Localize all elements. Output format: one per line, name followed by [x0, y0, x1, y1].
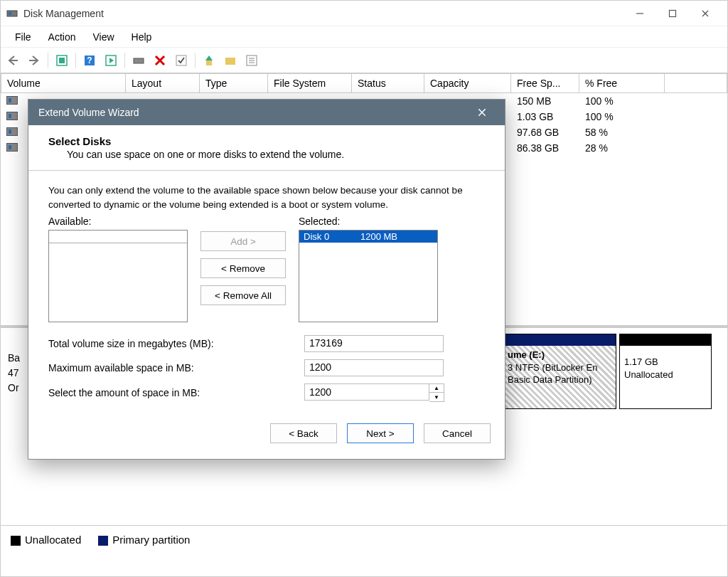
volume-icon: [6, 143, 18, 152]
cancel-button[interactable]: Cancel: [424, 423, 491, 443]
folder-icon[interactable]: [221, 51, 240, 70]
amount-label: Select the amount of space in MB:: [48, 387, 304, 398]
max-space-value: 1200: [304, 359, 444, 376]
volume-icon: [6, 127, 18, 136]
next-button[interactable]: Next >: [347, 423, 414, 443]
remove-button[interactable]: < Remove: [200, 258, 286, 278]
back-icon[interactable]: [4, 51, 22, 70]
volume-icon: [6, 112, 18, 120]
menu-file[interactable]: File: [6, 28, 40, 46]
up-icon[interactable]: [200, 51, 218, 70]
add-button[interactable]: Add >: [200, 231, 286, 251]
check-icon[interactable]: [172, 51, 191, 70]
window-titlebar: Disk Management: [1, 1, 727, 26]
disk-block-e[interactable]: ume (E:) 3 NTFS (BitLocker En Basic Data…: [503, 334, 616, 409]
col-capacity[interactable]: Capacity: [424, 73, 511, 93]
col-layout[interactable]: Layout: [126, 73, 200, 93]
svg-marker-19: [205, 55, 213, 60]
delete-icon[interactable]: [151, 51, 169, 70]
col-volume[interactable]: Volume: [1, 73, 126, 93]
forward-icon[interactable]: [25, 51, 43, 70]
minimize-button[interactable]: [623, 1, 656, 26]
window-title: Disk Management: [23, 8, 104, 19]
svg-rect-14: [134, 58, 144, 63]
menu-view[interactable]: View: [84, 28, 122, 46]
menu-bar: File Action View Help: [1, 26, 727, 48]
disk-block-unallocated[interactable]: 1.17 GB Unallocated: [619, 334, 712, 409]
col-status[interactable]: Status: [352, 73, 424, 93]
refresh-icon[interactable]: [53, 51, 71, 70]
svg-rect-1: [9, 12, 11, 15]
spinner-down-icon[interactable]: ▼: [429, 393, 444, 401]
toolbar: ?: [1, 48, 727, 73]
svg-text:?: ?: [87, 55, 92, 65]
back-button[interactable]: < Back: [270, 423, 337, 443]
svg-rect-18: [206, 60, 212, 65]
svg-marker-13: [109, 58, 114, 63]
max-space-label: Maximum available space in MB:: [48, 362, 304, 374]
app-icon: [6, 8, 18, 19]
wizard-subheading: You can use space on one or more disks t…: [67, 149, 485, 160]
maximize-button[interactable]: [656, 1, 689, 26]
remove-all-button[interactable]: < Remove All: [200, 285, 286, 305]
amount-spinner[interactable]: ▲ ▼: [429, 383, 444, 402]
col-free[interactable]: Free Sp...: [511, 73, 579, 93]
volume-table-header: Volume Layout Type File System Status Ca…: [1, 73, 727, 93]
available-label: Available:: [48, 216, 188, 227]
svg-rect-9: [59, 58, 65, 63]
total-size-value: 173169: [304, 335, 444, 352]
col-spacer: [665, 73, 727, 93]
svg-rect-3: [670, 10, 676, 16]
extend-volume-wizard-dialog: Extend Volume Wizard Select Disks You ca…: [28, 99, 505, 460]
menu-help[interactable]: Help: [123, 28, 161, 46]
col-fs[interactable]: File System: [268, 73, 352, 93]
spinner-up-icon[interactable]: ▲: [429, 384, 444, 393]
amount-input[interactable]: [304, 383, 429, 401]
dialog-title: Extend Volume Wizard: [38, 107, 139, 118]
wizard-heading: Select Disks: [48, 135, 485, 147]
total-size-label: Total volume size in megabytes (MB):: [48, 338, 304, 349]
disk-icon[interactable]: [129, 51, 148, 70]
volume-icon: [6, 96, 18, 105]
selected-label: Selected:: [299, 216, 438, 227]
selected-list-item[interactable]: Disk 0 1200 MB: [299, 231, 437, 243]
dialog-titlebar[interactable]: Extend Volume Wizard: [28, 100, 505, 125]
menu-action[interactable]: Action: [40, 28, 85, 46]
dialog-close-button[interactable]: [469, 100, 495, 125]
wizard-note: You can only extend the volume to the av…: [48, 184, 485, 211]
selected-listbox[interactable]: Disk 0 1200 MB: [299, 230, 438, 322]
available-listbox[interactable]: [48, 230, 188, 322]
properties-icon[interactable]: [242, 51, 261, 70]
col-type[interactable]: Type: [200, 73, 268, 93]
legend-unallocated: Unallocated: [11, 534, 81, 546]
action-icon[interactable]: [102, 51, 120, 70]
help-icon[interactable]: ?: [80, 51, 99, 70]
svg-rect-20: [225, 58, 235, 65]
col-pct[interactable]: % Free: [579, 73, 665, 93]
legend-primary: Primary partition: [98, 534, 190, 546]
close-button[interactable]: [689, 1, 722, 26]
legend: Unallocated Primary partition: [1, 525, 727, 554]
